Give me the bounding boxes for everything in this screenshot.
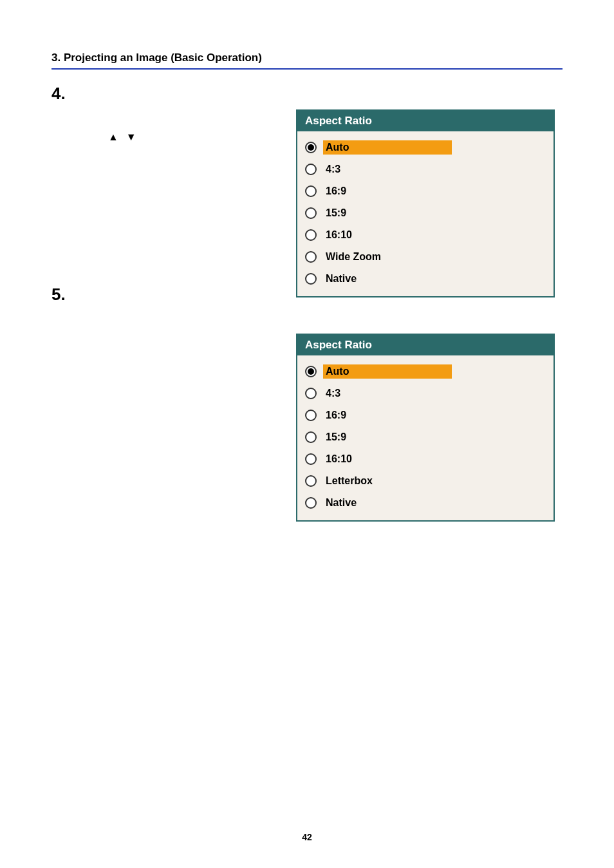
radio-icon [305, 207, 317, 219]
page-container: 3. Projecting an Image (Basic Operation)… [0, 0, 614, 868]
panel-1-option-list: Auto 4:3 16:9 15:9 16:10 [297, 131, 554, 296]
step-5-block: 5. Aspect Ratio Auto 4:3 16:9 [51, 286, 563, 522]
option-label: Auto [323, 364, 452, 379]
radio-icon [305, 185, 317, 197]
option-wide-zoom[interactable]: Wide Zoom [304, 246, 547, 268]
option-16-9[interactable]: 16:9 [304, 180, 547, 202]
radio-icon [305, 142, 317, 153]
radio-icon [305, 164, 317, 175]
option-16-10[interactable]: 16:10 [304, 224, 547, 246]
arrow-up-icon: ▲ [108, 131, 126, 142]
radio-icon [305, 475, 317, 487]
page-number: 42 [0, 832, 614, 842]
option-15-9[interactable]: 15:9 [304, 202, 547, 224]
option-label: 16:9 [323, 408, 349, 422]
option-label: Auto [323, 140, 452, 155]
option-label: 15:9 [323, 206, 349, 220]
radio-icon [305, 431, 317, 443]
option-16-9[interactable]: 16:9 [304, 404, 547, 426]
option-label: Native [323, 272, 359, 286]
radio-icon [305, 273, 317, 285]
option-16-10[interactable]: 16:10 [304, 448, 547, 470]
radio-icon [305, 366, 317, 377]
option-auto[interactable]: Auto [304, 137, 547, 158]
step-5-row: Aspect Ratio Auto 4:3 16:9 [51, 310, 563, 522]
arrow-indicators: ▲▼ [108, 131, 144, 143]
header-rule [51, 68, 563, 70]
option-label: 4:3 [323, 386, 343, 401]
step-5-left-spacer [51, 310, 296, 522]
aspect-ratio-panel-1: Aspect Ratio Auto 4:3 16:9 15:9 [296, 109, 555, 297]
radio-icon [305, 453, 317, 465]
option-15-9[interactable]: 15:9 [304, 426, 547, 448]
option-label: Native [323, 496, 359, 510]
section-header: 3. Projecting an Image (Basic Operation) [51, 52, 563, 70]
option-label: 4:3 [323, 162, 343, 176]
radio-icon [305, 497, 317, 509]
option-4-3[interactable]: 4:3 [304, 382, 547, 404]
aspect-ratio-panel-2: Aspect Ratio Auto 4:3 16:9 [296, 334, 555, 522]
panel-1-title: Aspect Ratio [297, 111, 554, 131]
option-label: Letterbox [323, 474, 375, 488]
section-title: 3. Projecting an Image (Basic Operation) [51, 52, 563, 64]
option-native[interactable]: Native [304, 492, 547, 514]
arrow-down-icon: ▼ [126, 131, 144, 142]
radio-icon [305, 251, 317, 263]
step-4-row: ▲▼ Aspect Ratio Auto 4:3 16:9 [51, 109, 563, 297]
option-label: 15:9 [323, 430, 349, 444]
option-letterbox[interactable]: Letterbox [304, 470, 547, 492]
option-label: Wide Zoom [323, 250, 384, 264]
option-label: 16:10 [323, 452, 355, 466]
option-auto[interactable]: Auto [304, 361, 547, 382]
step-4-left-column: ▲▼ [51, 109, 296, 297]
panel-2-title: Aspect Ratio [297, 335, 554, 355]
option-4-3[interactable]: 4:3 [304, 158, 547, 180]
radio-icon [305, 410, 317, 421]
step-4-number: 4. [51, 85, 563, 102]
option-label: 16:9 [323, 184, 349, 198]
radio-icon [305, 388, 317, 399]
radio-icon [305, 229, 317, 241]
option-label: 16:10 [323, 228, 355, 242]
option-native[interactable]: Native [304, 268, 547, 290]
panel-2-option-list: Auto 4:3 16:9 15:9 [297, 355, 554, 520]
